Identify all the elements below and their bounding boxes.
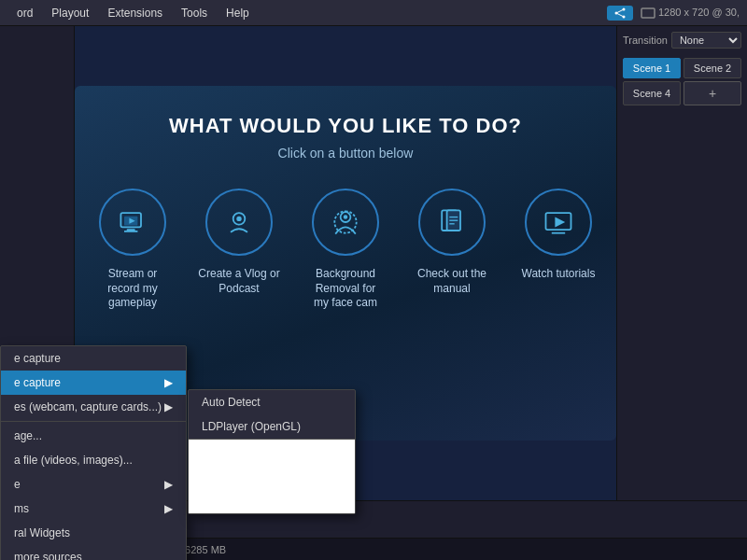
share-button[interactable] <box>607 6 633 21</box>
menu-tools[interactable]: Tools <box>172 0 217 25</box>
svg-point-14 <box>344 215 348 219</box>
context-menu-list: e capture e capture ▶ Auto Detect LDPlay… <box>0 345 187 560</box>
submenu-popup: Auto Detect LDPlayer (OpenGL) <box>188 389 356 514</box>
preview-box <box>189 439 355 513</box>
menubar: ord Playout Extensions Tools Help 1280 x… <box>0 0 747 26</box>
bgremoval-icon-circle <box>312 189 379 256</box>
svg-rect-5 <box>641 8 655 18</box>
stream-label: Stream or record my gameplay <box>107 267 157 311</box>
ctx-entry-3[interactable]: age... <box>1 424 186 448</box>
ctx-label-7: ral Widgets <box>14 526 70 539</box>
ctx-label-5: e <box>14 478 21 491</box>
menu-playout[interactable]: Playout <box>42 0 98 25</box>
manual-label: Check out the manual <box>410 267 494 296</box>
share-icon <box>614 7 626 19</box>
window-icon <box>641 7 655 19</box>
welcome-subtitle: Click on a button below <box>278 146 414 161</box>
stream-icon <box>116 205 149 239</box>
stream-icon-circle <box>99 189 166 256</box>
ctx-entry-0[interactable]: e capture <box>1 346 186 371</box>
transition-label: Transition <box>623 35 668 46</box>
menu-extensions[interactable]: Extensions <box>98 0 172 25</box>
ctx-arrow-6: ▶ <box>164 502 173 515</box>
ctx-entry-7[interactable]: ral Widgets <box>1 521 186 545</box>
tutorials-icon <box>542 205 575 239</box>
action-vlog[interactable]: Create a Vlog or Podcast <box>197 189 281 311</box>
ctx-label-8: more sources <box>14 551 82 560</box>
ctx-entry-1[interactable]: e capture ▶ Auto Detect LDPlayer (OpenGL… <box>1 371 186 395</box>
ctx-label-4: a file (videos, images)... <box>14 454 133 467</box>
transition-select[interactable]: None <box>671 32 741 49</box>
scene-2-button[interactable]: Scene 2 <box>684 58 741 78</box>
context-menu-popup: e capture e capture ▶ Auto Detect LDPlay… <box>0 345 187 560</box>
bgremoval-label: Background Removal for my face cam <box>314 267 377 311</box>
bgremoval-icon <box>329 205 362 239</box>
ctx-entry-5[interactable]: e ▶ <box>1 472 186 497</box>
svg-marker-22 <box>555 217 565 228</box>
ctx-arrow-5: ▶ <box>164 478 173 491</box>
welcome-title: WHAT WOULD YOU LIKE TO DO? <box>169 114 522 138</box>
svg-line-4 <box>616 13 624 17</box>
vlog-icon <box>222 205 256 239</box>
ctx-entry-8[interactable]: more sources <box>1 545 186 560</box>
manual-icon <box>435 205 469 239</box>
menu-ord[interactable]: ord <box>7 0 42 25</box>
menu-help[interactable]: Help <box>217 0 259 25</box>
scene-add-button[interactable]: + <box>684 81 741 105</box>
ctx-entry-2[interactable]: es (webcam, capture cards...) ▶ <box>1 395 186 419</box>
manual-icon-circle <box>418 189 486 256</box>
ctx-entry-6[interactable]: ms ▶ <box>1 497 186 521</box>
action-manual[interactable]: Check out the manual <box>410 189 494 311</box>
svg-point-12 <box>236 217 241 221</box>
ctx-label-2: es (webcam, capture cards...) <box>14 400 162 413</box>
tutorials-icon-circle <box>525 189 592 256</box>
resolution-info: 1280 x 720 @ 30, <box>641 7 740 19</box>
submenu-auto-detect[interactable]: Auto Detect <box>189 390 355 414</box>
right-panel: Transition None Scene 1 Scene 2 Scene 4 … <box>616 26 747 500</box>
ctx-arrow-2: ▶ <box>164 400 173 413</box>
ctx-entry-4[interactable]: a file (videos, images)... <box>1 448 186 472</box>
scene-grid: Scene 1 Scene 2 Scene 4 + <box>623 58 741 105</box>
ctx-label-6: ms <box>14 502 29 515</box>
scene-1-button[interactable]: Scene 1 <box>623 58 681 78</box>
ctx-label-0: e capture <box>14 352 61 365</box>
action-stream[interactable]: Stream or record my gameplay <box>91 189 175 311</box>
ctx-divider <box>1 421 186 422</box>
scene-4-button[interactable]: Scene 4 <box>623 81 681 105</box>
action-bgremoval[interactable]: Background Removal for my face cam <box>303 189 388 311</box>
vlog-label: Create a Vlog or Podcast <box>197 267 281 296</box>
action-tutorials[interactable]: Watch tutorials <box>516 189 600 311</box>
svg-line-3 <box>616 9 624 13</box>
ctx-label-3: age... <box>14 429 42 442</box>
action-buttons: Stream or record my gameplay Create a Vl… <box>91 189 600 311</box>
tutorials-label: Watch tutorials <box>522 267 596 282</box>
vlog-icon-circle <box>205 189 273 256</box>
transition-row: Transition None <box>623 32 741 49</box>
ctx-label-1: e capture <box>14 376 61 389</box>
ctx-arrow-1: ▶ <box>164 376 173 389</box>
submenu-ldplayer[interactable]: LDPlayer (OpenGL) <box>189 414 355 439</box>
